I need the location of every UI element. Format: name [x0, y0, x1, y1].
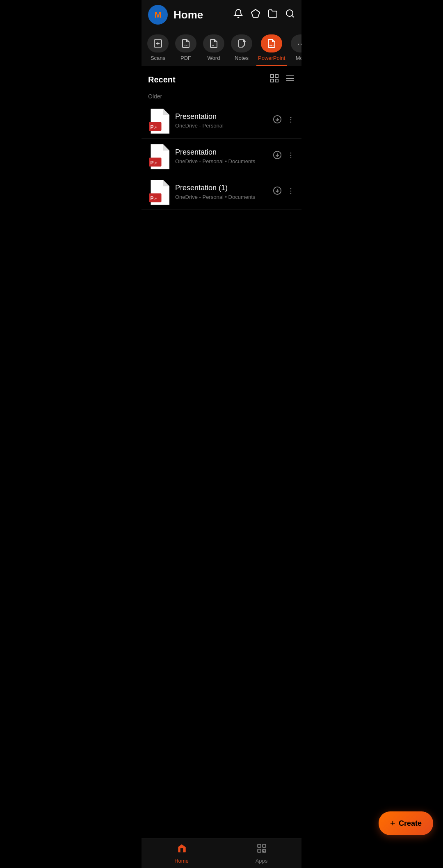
- more-options-icon[interactable]: [287, 151, 295, 162]
- list-item[interactable]: P ↗ Presentation OneDrive - Personal: [142, 103, 301, 139]
- file-icon-ppt: P ↗: [148, 109, 169, 132]
- svg-marker-2: [251, 9, 260, 17]
- svg-rect-10: [275, 75, 278, 77]
- svg-point-30: [290, 155, 292, 156]
- older-section-label: Older: [142, 89, 301, 103]
- svg-text:↗: ↗: [154, 197, 157, 201]
- list-item[interactable]: P ↗ Presentation OneDrive - Personal • D…: [142, 139, 301, 174]
- svg-point-39: [290, 193, 292, 194]
- file-info: Presentation OneDrive - Personal • Docum…: [175, 148, 267, 164]
- svg-text:PDF: PDF: [184, 44, 188, 47]
- file-location: OneDrive - Personal • Documents: [175, 158, 267, 164]
- file-name: Presentation (1): [175, 184, 267, 192]
- folder-icon[interactable]: [268, 9, 278, 21]
- file-info: Presentation (1) OneDrive - Personal • D…: [175, 184, 267, 200]
- tab-word[interactable]: W Word: [201, 34, 227, 66]
- svg-point-23: [290, 121, 292, 123]
- svg-text:P: P: [150, 160, 153, 166]
- tab-word-label: Word: [208, 55, 220, 61]
- download-icon[interactable]: [273, 186, 282, 198]
- file-location: OneDrive - Personal: [175, 123, 267, 129]
- list-item[interactable]: P ↗ Presentation (1) OneDrive - Personal…: [142, 174, 301, 210]
- file-name: Presentation: [175, 148, 267, 157]
- file-actions: [273, 150, 295, 162]
- file-location: OneDrive - Personal • Documents: [175, 194, 267, 200]
- download-icon[interactable]: [273, 115, 282, 126]
- header-actions: [233, 9, 295, 21]
- recent-header: Recent: [142, 66, 301, 89]
- file-icon-ppt: P ↗: [148, 180, 169, 204]
- svg-text:P: P: [150, 196, 153, 201]
- svg-point-31: [290, 157, 292, 158]
- tab-powerpoint[interactable]: PPT PowerPoint: [256, 34, 287, 66]
- tab-scans-label: Scans: [151, 55, 165, 61]
- svg-line-4: [292, 16, 294, 17]
- file-info: Presentation OneDrive - Personal: [175, 112, 267, 129]
- tab-powerpoint-label: PowerPoint: [258, 55, 285, 61]
- list-view-icon[interactable]: [285, 73, 295, 86]
- content-area: Recent Older: [142, 66, 301, 210]
- svg-text:P: P: [150, 124, 153, 130]
- svg-rect-9: [271, 75, 274, 77]
- tab-more-label: More: [296, 55, 301, 61]
- file-list: P ↗ Presentation OneDrive - Personal: [142, 103, 301, 210]
- diamond-icon[interactable]: [251, 9, 260, 21]
- svg-point-3: [286, 10, 293, 16]
- file-name: Presentation: [175, 112, 267, 121]
- tab-bar: Scans PDF PDF W Word: [142, 30, 301, 66]
- search-icon[interactable]: [285, 9, 295, 21]
- grid-view-icon[interactable]: [269, 73, 279, 86]
- svg-text:M: M: [155, 10, 162, 19]
- page-title: Home: [174, 9, 233, 21]
- svg-text:W: W: [212, 44, 214, 47]
- more-options-icon[interactable]: [287, 116, 295, 126]
- svg-point-38: [290, 190, 292, 191]
- notification-icon[interactable]: [233, 9, 243, 21]
- recent-label: Recent: [148, 75, 176, 84]
- svg-point-29: [290, 152, 292, 153]
- file-actions: [273, 115, 295, 126]
- tab-more[interactable]: ··· More: [288, 34, 301, 66]
- file-icon-ppt: P ↗: [148, 144, 169, 168]
- svg-point-21: [290, 116, 292, 118]
- more-options-icon[interactable]: [287, 187, 295, 197]
- tab-pdf[interactable]: PDF PDF: [173, 34, 199, 66]
- tab-scans[interactable]: Scans: [145, 34, 171, 66]
- svg-rect-12: [275, 79, 278, 82]
- tab-pdf-label: PDF: [180, 55, 191, 61]
- svg-text:↗: ↗: [154, 125, 157, 130]
- view-toggle: [269, 73, 295, 86]
- download-icon[interactable]: [273, 150, 282, 162]
- app-logo[interactable]: M: [148, 5, 168, 25]
- tab-notes[interactable]: Notes: [228, 34, 255, 66]
- svg-text:PPT: PPT: [269, 44, 274, 47]
- svg-point-22: [290, 119, 292, 120]
- tab-notes-label: Notes: [235, 55, 249, 61]
- header: M Home: [142, 0, 301, 30]
- svg-text:↗: ↗: [154, 161, 157, 165]
- file-actions: [273, 186, 295, 198]
- svg-rect-11: [271, 79, 274, 82]
- svg-point-37: [290, 188, 292, 189]
